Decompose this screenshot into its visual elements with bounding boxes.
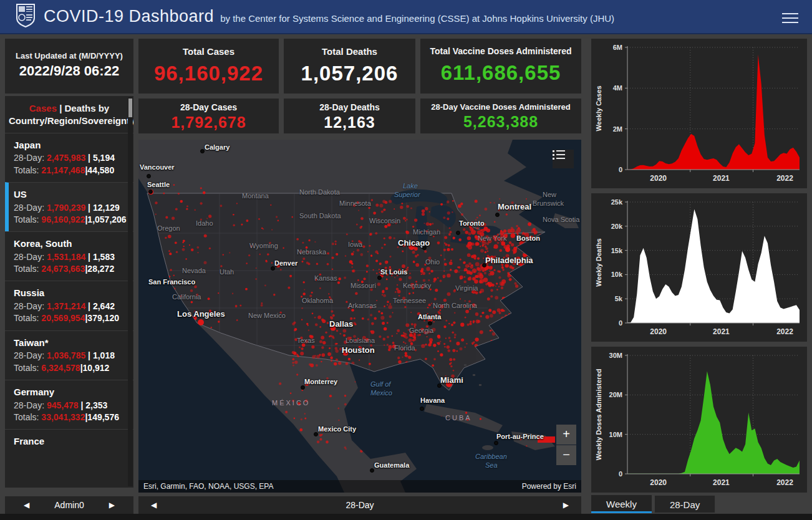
total-deaths-label: Total Deaths [284,39,415,57]
svg-text:20M: 20M [609,391,622,398]
svg-text:2M: 2M [613,125,622,133]
country-list-header: Cases | Deaths by Country/Region/Soverei… [5,96,133,133]
last-updated-value: 2022/9/28 06:22 [5,60,133,79]
country-name: Korea, South [14,238,127,251]
country-28day-stats: 28-Day: 1,036,785 | 1,018 [14,350,127,362]
total-vaccines-tile: Total Vaccine Doses Administered 611,686… [420,39,581,94]
svg-text:20k: 20k [611,223,623,230]
svg-text:2022: 2022 [776,174,793,183]
country-list-panel: Cases | Deaths by Country/Region/Soverei… [5,96,133,488]
svg-text:25k: 25k [611,198,623,206]
cases-toggle[interactable]: Cases [29,103,57,113]
country-name: US [14,188,127,201]
admin-level-label: Admin0 [54,500,84,510]
tab-weekly[interactable]: Weekly [591,495,652,513]
country-name: Taiwan* [14,337,127,350]
svg-text:6M: 6M [613,44,622,51]
page-subtitle: by the Center for Systems Science and En… [220,9,614,24]
weekly-doses-chart: 010M20M30M202020212022Weekly Doses Admin… [591,347,807,493]
svg-text:2022: 2022 [776,478,793,487]
svg-text:2021: 2021 [713,327,730,336]
svg-text:2020: 2020 [650,174,667,183]
country-list-header-line2: Country/Region/Sovereignty [9,115,133,126]
deaths-28d-value: 12,163 [284,112,415,132]
country-list-scrollbar[interactable] [128,97,133,486]
country-28day-stats: 28-Day: 1,790,239 | 12,129 [14,202,127,214]
country-total-stats: Totals: 21,147,468|44,580 [14,165,127,176]
country-row-korea-south[interactable]: Korea, South28-Day: 1,531,184 | 1,583Tot… [5,231,133,281]
last-updated-tile: Last Updated at (M/D/YYYY) 2022/9/28 06:… [5,39,133,94]
country-name: Japan [14,139,127,152]
chart-y-axis-label: Weekly Doses Administered [595,369,602,461]
country-total-stats: Totals: 20,569,954|379,120 [14,312,127,324]
admin-level-pager: ◀ Admin0 ▶ [5,496,133,514]
deaths-toggle[interactable]: | Deaths by [57,103,109,113]
zoom-in-button[interactable]: + [556,425,576,445]
country-row-japan[interactable]: Japan28-Day: 2,475,983 | 5,194Totals: 21… [5,133,133,182]
header-bar: COVID-19 Dashboard by the Center for Sys… [0,0,812,34]
chart-svg: 010M20M30M202020212022Weekly Doses Admin… [591,347,807,493]
hamburger-menu-icon[interactable] [782,10,798,22]
tab-28-day[interactable]: 28-Day [654,495,715,513]
layers-list-icon[interactable] [553,150,574,168]
svg-text:0: 0 [619,166,622,173]
zoom-out-button[interactable]: − [556,445,576,465]
last-updated-label: Last Updated at (M/D/YYYY) [5,39,133,60]
svg-text:0: 0 [619,319,622,327]
country-name: Russia [14,287,127,300]
country-row-taiwan-[interactable]: Taiwan*28-Day: 1,036,785 | 1,018Totals: … [5,330,133,380]
total-vaccines-value: 611,686,655 [420,56,581,85]
vaccines-28d-value: 5,263,388 [420,112,581,131]
deaths-28d-label: 28-Day Deaths [284,99,415,112]
page-title: COVID-19 Dashboard [44,7,214,26]
svg-text:2020: 2020 [650,478,667,487]
country-total-stats: Totals: 96,160,922|1,057,206 [14,214,127,226]
svg-text:10M: 10M [609,431,622,438]
svg-text:30M: 30M [609,352,622,359]
vaccines-28d-label: 28-Day Vaccine Doses Administered [420,99,581,112]
svg-text:0: 0 [619,470,622,478]
jhu-shield-logo-icon [16,4,35,30]
chart-area-series [627,209,800,323]
footer-strip [0,514,812,520]
map-timeframe-label: 28-Day [346,500,374,510]
total-vaccines-label: Total Vaccine Doses Administered [420,39,581,56]
country-name: Germany [14,386,127,399]
country-28day-stats: 28-Day: 1,371,214 | 2,642 [14,301,127,312]
map-zoom-controls: + − [556,424,576,465]
cases-28d-value: 1,792,678 [138,112,279,132]
total-cases-value: 96,160,922 [138,57,279,85]
map-timeframe-pager: ◀ 28-Day ▶ [138,496,581,514]
weekly-cases-chart: 02M4M6M202020212022Weekly Cases [591,39,807,188]
country-list: Japan28-Day: 2,475,983 | 5,194Totals: 21… [5,133,133,455]
map-canvas[interactable]: CalgaryVancouverSeattleMontrealTorontoBo… [138,140,581,493]
vaccines-28d-tile: 28-Day Vaccine Doses Administered 5,263,… [420,99,581,133]
prev-arrow-icon[interactable]: ◀ [151,501,157,509]
svg-text:2021: 2021 [713,174,730,183]
country-row-france[interactable]: France [5,429,133,455]
svg-text:4M: 4M [613,84,622,92]
chart-y-axis-label: Weekly Deaths [595,238,602,286]
total-deaths-tile: Total Deaths 1,057,206 [284,39,415,94]
prev-arrow-icon[interactable]: ◀ [24,501,29,509]
chart-timeframe-tabs: Weekly28-Day [591,495,807,515]
svg-text:10k: 10k [611,271,623,278]
svg-text:2022: 2022 [776,327,793,336]
scrollbar-thumb[interactable] [128,99,132,117]
svg-text:2021: 2021 [713,478,730,487]
country-row-us[interactable]: US28-Day: 1,790,239 | 12,129Totals: 96,1… [5,182,133,231]
country-name: France [14,435,127,448]
next-arrow-icon[interactable]: ▶ [109,501,115,509]
chart-y-axis-label: Weekly Cases [595,85,602,131]
svg-text:15k: 15k [611,247,623,254]
country-row-russia[interactable]: Russia28-Day: 1,371,214 | 2,642Totals: 2… [5,281,133,330]
country-row-germany[interactable]: Germany28-Day: 945,478 | 2,353Totals: 33… [5,380,133,429]
country-28day-stats: 28-Day: 2,475,983 | 5,194 [14,152,127,164]
chart-area-series [627,371,800,474]
country-total-stats: Totals: 6,324,578|10,912 [14,362,127,374]
chart-svg: 05k10k15k20k25k202020212022Weekly Deaths [591,193,807,342]
svg-text:2020: 2020 [650,327,667,336]
next-arrow-icon[interactable]: ▶ [563,501,569,509]
total-cases-label: Total Cases [138,39,279,57]
country-28day-stats: 28-Day: 1,531,184 | 1,583 [14,251,127,263]
